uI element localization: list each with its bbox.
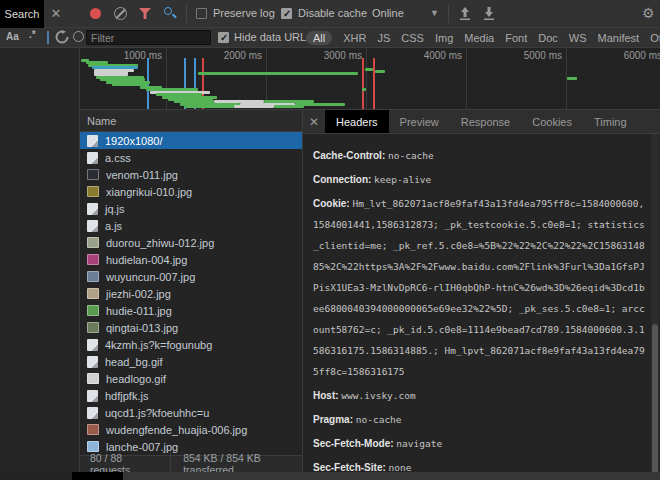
request-row[interactable]: wudengfende_huajia-006.jpg	[80, 421, 302, 438]
match-case-icon[interactable]: Aa	[6, 31, 19, 42]
filter-pill-font[interactable]: Font	[505, 32, 527, 44]
export-har-icon[interactable]	[482, 6, 496, 21]
tab-cookies[interactable]: Cookies	[521, 110, 583, 133]
file-image-icon	[87, 288, 99, 299]
file-image-icon	[87, 441, 99, 452]
import-har-icon[interactable]	[458, 6, 472, 21]
close-search-icon[interactable]: ✕	[48, 6, 64, 22]
overview-gridline	[466, 48, 467, 110]
file-image-icon	[87, 322, 99, 333]
disable-cache-checkbox[interactable]	[281, 8, 292, 19]
request-row[interactable]: headlogo.gif	[80, 370, 302, 387]
request-name: lanche-007.jpg	[106, 441, 178, 453]
header-entry: Host: www.ivsky.com	[313, 384, 647, 405]
file-image-icon	[87, 424, 99, 435]
file-image-icon	[87, 373, 99, 384]
network-status-bar: 80 / 88 requests 854 KB / 854 KB transfe…	[80, 455, 302, 472]
request-row[interactable]: venom-011.jpg	[80, 166, 302, 183]
request-name: jq.js	[105, 203, 125, 215]
tab-response[interactable]: Response	[450, 110, 522, 133]
name-column-header[interactable]: Name	[80, 110, 302, 132]
header-name: Sec-Fetch-Site:	[313, 462, 389, 472]
file-document-icon	[87, 203, 98, 215]
throttling-select[interactable]: Online	[372, 7, 404, 19]
drawer-toolbar: Search ✕ Preserve log Disable cache Onli…	[0, 0, 660, 28]
request-row[interactable]: 1920x1080/	[80, 132, 302, 149]
tab-preview[interactable]: Preview	[389, 110, 450, 133]
search-icon[interactable]	[164, 7, 177, 20]
request-row[interactable]: hdfjpfk.js	[80, 387, 302, 404]
header-entry: Sec-Fetch-Site: none	[313, 456, 647, 472]
filter-pill-xhr[interactable]: XHR	[343, 32, 366, 44]
disable-cache-label[interactable]: Disable cache	[298, 7, 367, 19]
request-row[interactable]: duorou_zhiwu-012.jpg	[80, 234, 302, 251]
filter-pill-manifest[interactable]: Manifest	[598, 32, 640, 44]
tab-headers[interactable]: Headers	[325, 110, 389, 133]
filter-pill-img[interactable]: Img	[435, 32, 453, 44]
headers-content[interactable]: Accept-Language: zh-CN,zh;q=0.9Cache-Con…	[303, 134, 651, 472]
clipped-line-text: Accept-Language: zh-CN,zh;q=0.9	[313, 134, 490, 137]
header-value: none	[389, 462, 412, 472]
request-row[interactable]: head_bg.gif	[80, 353, 302, 370]
filter-pill-ws[interactable]: WS	[569, 32, 587, 44]
header-entry: Cookie: Hm_lvt_862071acf8e9faf43a13fd4ea…	[313, 192, 647, 381]
request-row[interactable]: a.css	[80, 149, 302, 166]
header-value: keep-alive	[374, 174, 431, 185]
request-row[interactable]: 4kzmh.js?k=fogunubg	[80, 336, 302, 353]
request-name: qingtai-013.jpg	[106, 322, 178, 334]
scrollbar-thumb[interactable]	[652, 324, 658, 480]
details-scrollbar[interactable]	[651, 134, 659, 472]
header-value: www.ivsky.com	[341, 390, 415, 401]
overview-tick-label: 4000 ms	[402, 50, 462, 61]
request-row[interactable]: a.js	[80, 217, 302, 234]
header-value: Hm_lvt_862071acf8e9faf43a13fd4ea795ff8c=…	[313, 198, 645, 377]
filter-icon[interactable]	[139, 8, 151, 19]
refresh-icon[interactable]	[55, 30, 69, 44]
request-row[interactable]: qingtai-013.jpg	[80, 319, 302, 336]
overview-gridline	[166, 48, 167, 110]
request-name: hdfjpfk.js	[105, 390, 148, 402]
search-results-panel	[0, 48, 80, 472]
waterfall-bar	[365, 68, 373, 71]
filter-pill-media[interactable]: Media	[464, 32, 494, 44]
filter-pill-css[interactable]: CSS	[401, 32, 424, 44]
filter-pill-other[interactable]: Other	[650, 32, 660, 44]
request-row[interactable]: hudielan-004.jpg	[80, 251, 302, 268]
filter-input[interactable]	[86, 30, 211, 45]
bottom-strip	[0, 472, 660, 480]
hide-data-urls-checkbox[interactable]	[218, 32, 229, 43]
preserve-log-checkbox[interactable]	[196, 8, 207, 19]
chevron-down-icon[interactable]: ▼	[430, 8, 439, 18]
close-details-icon[interactable]: ✕	[303, 110, 325, 133]
clear-search-icon[interactable]	[73, 31, 84, 42]
request-name: a.css	[105, 152, 131, 164]
load-event-line	[362, 58, 364, 110]
request-row[interactable]: hudie-011.jpg	[80, 302, 302, 319]
filter-pill-js[interactable]: JS	[377, 32, 390, 44]
request-row[interactable]: uqcd1.js?kfoeuhhc=u	[80, 404, 302, 421]
request-row[interactable]: jiezhi-002.jpg	[80, 285, 302, 302]
request-row[interactable]: jq.js	[80, 200, 302, 217]
header-name: Host:	[313, 390, 341, 401]
clear-icon[interactable]	[114, 7, 127, 20]
hide-data-urls-label[interactable]: Hide data URLs	[234, 31, 312, 43]
overview-tick-label: 6000 ms	[602, 50, 660, 61]
request-name: hudie-011.jpg	[106, 305, 172, 317]
header-entry: Pragma: no-cache	[313, 408, 647, 429]
waterfall-bar	[198, 72, 358, 75]
waterfall-bar	[234, 105, 274, 108]
record-button[interactable]	[90, 8, 101, 19]
filter-pill-doc[interactable]: Doc	[538, 32, 558, 44]
gear-icon[interactable]: ⚙	[642, 5, 655, 21]
header-entry: Sec-Fetch-Mode: navigate	[313, 432, 647, 453]
request-row[interactable]: xiangrikui-010.jpg	[80, 183, 302, 200]
tab-timing[interactable]: Timing	[583, 110, 638, 133]
load-event-line	[373, 58, 375, 110]
waterfall-overview[interactable]: 1000 ms2000 ms3000 ms4000 ms5000 ms6000 …	[80, 48, 660, 110]
tab-search[interactable]: Search	[0, 0, 44, 28]
filter-bar: Aa .* Hide data URLs AllXHRJSCSSImgMedia…	[0, 28, 660, 48]
preserve-log-label[interactable]: Preserve log	[213, 7, 275, 19]
filter-pill-all[interactable]: All	[306, 31, 332, 45]
request-row[interactable]: wuyuncun-007.jpg	[80, 268, 302, 285]
regex-icon[interactable]: .*	[29, 29, 36, 40]
